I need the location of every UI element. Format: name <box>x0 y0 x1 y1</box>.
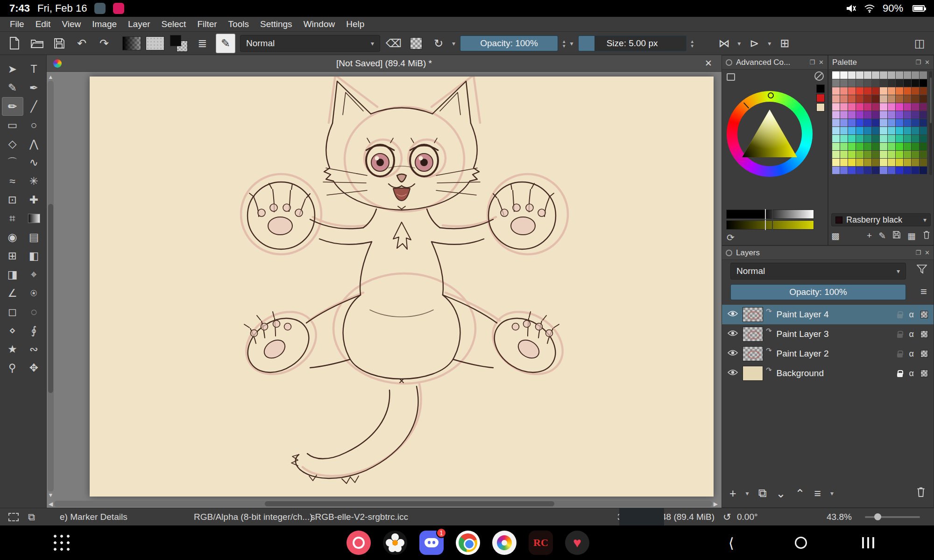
mirror-vertical-button[interactable]: ⊳ <box>745 34 763 53</box>
pan-tool[interactable]: ✥ <box>23 358 45 377</box>
penup-app-icon[interactable] <box>492 531 517 555</box>
alpha-lock-icon[interactable]: α <box>909 329 914 339</box>
brush-size-slider[interactable]: Size: 5.00 px <box>578 35 686 51</box>
palette-swatch[interactable] <box>912 79 919 87</box>
add-color-button[interactable]: + <box>867 231 872 241</box>
palette-swatch[interactable] <box>832 127 840 134</box>
hue-shade-gradient-slider[interactable] <box>726 220 814 230</box>
palette-swatch[interactable] <box>864 95 871 103</box>
palette-swatch[interactable] <box>864 135 871 142</box>
palette-swatch[interactable] <box>872 135 879 142</box>
palette-swatch[interactable] <box>848 111 856 119</box>
palette-swatch[interactable] <box>912 143 919 150</box>
menu-image[interactable]: Image <box>87 18 122 31</box>
palette-swatch[interactable] <box>912 159 919 166</box>
palette-swatch[interactable] <box>880 71 887 79</box>
palette-swatch[interactable] <box>896 119 903 126</box>
alpha-lock-icon[interactable]: α <box>909 310 914 320</box>
value-gradient-slider[interactable] <box>726 210 814 219</box>
palette-swatch[interactable] <box>920 127 927 134</box>
palette-swatch[interactable] <box>840 119 848 126</box>
measure-tool[interactable]: ∠ <box>2 284 23 302</box>
palette-swatch[interactable] <box>856 95 863 103</box>
canvas-mode-icon[interactable]: ⧉ <box>28 508 35 526</box>
selector-settings-icon[interactable] <box>727 73 735 81</box>
palette-swatch[interactable] <box>872 127 879 134</box>
palette-swatch[interactable] <box>848 159 856 166</box>
menu-filter[interactable]: Filter <box>192 18 222 31</box>
delete-color-button[interactable] <box>922 230 931 242</box>
lock-icon[interactable] <box>897 373 903 377</box>
palette-swatch[interactable] <box>832 151 840 158</box>
opacity-spinner[interactable]: ▴▾ <box>563 39 566 48</box>
palette-swatch[interactable] <box>856 71 863 79</box>
layer-properties-button[interactable]: ≡ <box>814 487 821 500</box>
layer-row[interactable]: ↷ Paint Layer 4 α <box>722 305 934 324</box>
palette-swatch[interactable] <box>912 111 919 119</box>
palette-swatch[interactable] <box>904 111 911 119</box>
size-spinner[interactable]: ▴▾ <box>691 39 694 48</box>
lock-icon[interactable] <box>897 314 903 318</box>
save-palette-button[interactable] <box>892 231 901 241</box>
chevron-down-icon[interactable]: ▾ <box>452 40 455 47</box>
palette-swatch[interactable] <box>840 87 848 95</box>
palette-swatch[interactable] <box>904 87 911 95</box>
bezier-curve-tool[interactable]: ⌒ <box>2 153 23 172</box>
reset-rotation-icon[interactable]: ↺ <box>723 508 731 526</box>
palette-swatch[interactable] <box>912 167 919 174</box>
palette-swatch[interactable] <box>904 135 911 142</box>
palette-swatch[interactable] <box>856 159 863 166</box>
palette-swatch[interactable] <box>872 79 879 87</box>
gallery-app-icon[interactable] <box>383 531 407 555</box>
palette-swatch[interactable] <box>904 79 911 87</box>
palette-swatch[interactable] <box>872 167 879 174</box>
palette-swatch[interactable] <box>904 71 911 79</box>
palette-swatch[interactable] <box>896 151 903 158</box>
palette-swatch[interactable] <box>848 143 856 150</box>
palette-swatch[interactable] <box>920 71 927 79</box>
palette-swatch[interactable] <box>912 103 919 111</box>
palette-swatch[interactable] <box>872 87 879 95</box>
palette-swatch[interactable] <box>888 103 895 111</box>
layer-thumbnail[interactable] <box>743 366 763 381</box>
palette-swatch[interactable] <box>896 79 903 87</box>
layer-options-icon[interactable]: ≡ <box>920 285 927 298</box>
palette-swatch[interactable] <box>896 87 903 95</box>
palette-swatch[interactable] <box>896 135 903 142</box>
palette-swatch[interactable] <box>912 127 919 134</box>
close-panel-icon[interactable]: ✕ <box>819 59 824 66</box>
delete-layer-button[interactable] <box>916 486 926 500</box>
palette-swatch[interactable] <box>920 167 927 174</box>
save-button[interactable] <box>50 34 68 53</box>
palette-swatch[interactable] <box>864 143 871 150</box>
palette-swatch[interactable] <box>840 127 848 134</box>
palette-swatch[interactable] <box>840 111 848 119</box>
palette-swatch[interactable] <box>840 103 848 111</box>
transform-tool[interactable]: ⊡ <box>2 190 23 209</box>
palette-swatch[interactable] <box>904 95 911 103</box>
layer-thumbnail[interactable] <box>743 346 763 361</box>
menu-select[interactable]: Select <box>156 18 191 31</box>
canvas-vertical-scrollbar[interactable]: ▲ ▼ <box>48 75 54 497</box>
palette-swatch[interactable] <box>912 87 919 95</box>
palette-swatch[interactable] <box>904 119 911 126</box>
rc-app-icon[interactable]: RC <box>529 531 553 555</box>
palette-swatch[interactable] <box>904 143 911 150</box>
palette-swatch[interactable] <box>888 95 895 103</box>
layers-header[interactable]: Layers ❐ ✕ <box>722 246 934 260</box>
polyline-tool[interactable]: ⋀ <box>23 134 45 153</box>
add-layer-button[interactable]: + <box>729 487 736 500</box>
palette-swatch[interactable] <box>840 95 848 103</box>
palette-swatch[interactable] <box>912 151 919 158</box>
move-layer-up-button[interactable]: ⌃ <box>795 487 805 500</box>
palette-swatch[interactable] <box>872 119 879 126</box>
float-panel-icon[interactable]: ❐ <box>915 59 921 66</box>
palette-swatch[interactable] <box>832 119 840 126</box>
freehand-path-tool[interactable]: ∿ <box>23 153 45 172</box>
layer-visibility-icon[interactable] <box>728 369 738 378</box>
palette-swatch[interactable] <box>856 79 863 87</box>
color-wheel[interactable] <box>727 91 813 177</box>
palette-swatch[interactable] <box>856 119 863 126</box>
layer-thumbnail[interactable] <box>743 307 763 322</box>
rect-select-tool[interactable]: ◻ <box>2 302 23 321</box>
